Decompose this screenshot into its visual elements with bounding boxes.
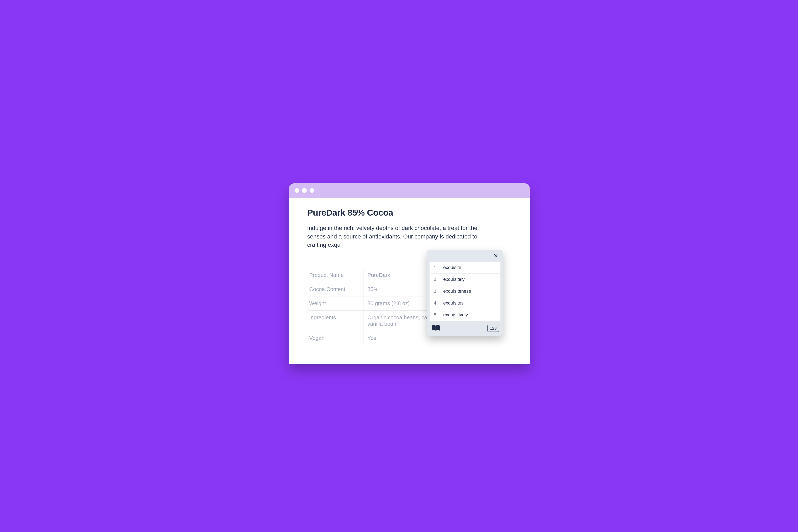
spec-label: Weight — [309, 300, 367, 307]
app-stage: PureDark 85% Cocoa Indulge in the rich, … — [252, 168, 546, 364]
suggestion-item[interactable]: 2. exquisitely — [429, 273, 500, 285]
suggestion-number: 3. — [434, 288, 439, 294]
suggestion-number: 2. — [434, 277, 439, 282]
popover-header — [427, 250, 503, 262]
suggestion-word: exquisite — [443, 265, 461, 270]
suggestion-item[interactable]: 4. exquisites — [429, 297, 500, 309]
spec-label: Cocoa Content — [309, 286, 367, 292]
window-zoom-dot[interactable] — [310, 188, 314, 193]
suggestion-word: exquisiteness — [443, 288, 471, 294]
spec-value: Yes — [367, 335, 488, 341]
suggestion-number: 1. — [434, 265, 439, 270]
suggestion-number: 4. — [434, 300, 439, 306]
window-titlebar — [289, 183, 530, 198]
window-minimize-dot[interactable] — [302, 188, 307, 193]
popover-footer: 123 — [427, 321, 503, 336]
suggestion-item[interactable]: 5. exquisitively — [429, 309, 500, 321]
suggestion-item[interactable]: 3. exquisiteness — [429, 285, 500, 297]
suggestion-number: 5. — [434, 312, 439, 318]
window-close-dot[interactable] — [295, 188, 299, 193]
suggestion-item[interactable]: 1. exquisite — [429, 262, 500, 273]
suggestion-word: exquisites — [443, 300, 464, 306]
body-paragraph[interactable]: Indulge in the rich, velvety depths of d… — [307, 224, 478, 249]
suggestion-word: exquisitively — [443, 312, 468, 318]
page-title: PureDark 85% Cocoa — [307, 208, 515, 218]
spec-label: Vegan — [309, 335, 367, 341]
suggestion-word: exquisitely — [443, 277, 465, 282]
autocomplete-popover: 1. exquisite 2. exquisitely 3. exquisite… — [427, 250, 503, 336]
numeric-keypad-button[interactable]: 123 — [487, 325, 499, 332]
book-icon[interactable] — [431, 324, 441, 332]
spec-label: Ingredients — [309, 314, 367, 327]
close-icon[interactable] — [493, 252, 499, 259]
suggestion-list: 1. exquisite 2. exquisitely 3. exquisite… — [429, 262, 500, 321]
spec-label: Product Name — [309, 272, 367, 278]
